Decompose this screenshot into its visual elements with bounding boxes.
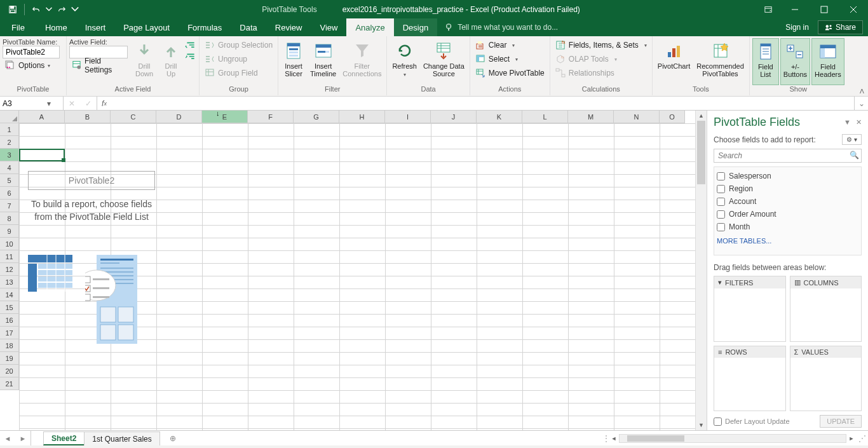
sheet-prev-icon[interactable]: ◄ [0,435,15,442]
fields-search-input[interactable] [714,149,862,163]
tell-me-search[interactable]: Tell me what you want to do... [437,18,779,36]
field-headers-button[interactable]: Field Headers [811,38,844,85]
row-header[interactable]: 5 [0,174,19,187]
select-all-button[interactable] [0,111,19,123]
row-header[interactable]: 7 [0,200,19,212]
row-header[interactable]: 10 [0,238,19,250]
move-pivottable-button[interactable]: Move PivotTable [473,66,547,80]
maximize-button[interactable] [810,0,839,18]
collapse-field-icon[interactable] [185,52,196,61]
col-header[interactable]: J [431,111,477,123]
field-checkbox[interactable] [717,172,725,180]
qat-customize-icon[interactable] [71,1,79,18]
col-header[interactable]: O [660,111,685,123]
tab-insert[interactable]: Insert [76,18,115,36]
minimize-button[interactable] [780,0,810,18]
fields-search[interactable]: 🔍 [714,149,862,163]
col-header[interactable]: E [202,111,248,123]
sign-in-link[interactable]: Sign in [779,23,815,32]
fx-icon[interactable]: fx [97,97,111,110]
row-header[interactable]: 3 [0,149,19,161]
new-sheet-button[interactable]: ⊕ [165,431,180,445]
row-header[interactable]: 8 [0,212,19,225]
tab-page-layout[interactable]: Page Layout [114,18,179,36]
field-item[interactable]: Region [717,182,858,195]
row-header[interactable]: 11 [0,250,19,263]
scroll-thumb[interactable] [697,121,705,184]
field-item[interactable]: Salesperson [717,170,858,182]
ribbon-options-icon[interactable] [763,0,774,18]
horizontal-scrollbar[interactable]: ⋮ ◄ ► [602,432,857,444]
sheet-tab[interactable]: 1st Quarter Sales [84,431,159,445]
sheet-next-icon[interactable]: ► [15,435,31,442]
select-button[interactable]: Select▾ [473,52,547,66]
formula-input[interactable] [111,97,854,110]
field-checkbox[interactable] [717,223,725,231]
row-header[interactable]: 1 [0,123,19,136]
undo-dropdown-icon[interactable] [45,1,53,18]
field-item[interactable]: Month [717,221,858,233]
active-cell[interactable] [19,149,65,161]
row-header[interactable]: 12 [0,263,19,276]
close-button[interactable] [839,0,868,18]
cells-area[interactable]: ↓ PivotTable2 To build a report, choose … [19,123,695,430]
area-filters[interactable]: ▾FILTERS [714,276,786,342]
share-button[interactable]: Share [818,20,863,34]
more-tables-link[interactable]: MORE TABLES... [717,237,858,245]
hscroll-thumb[interactable] [627,435,684,442]
tab-view[interactable]: View [311,18,346,36]
redo-icon[interactable] [53,1,71,18]
col-header[interactable]: G [294,111,339,123]
row-header[interactable]: 2 [0,136,19,149]
tab-review[interactable]: Review [266,18,311,36]
tab-home[interactable]: Home [36,18,76,36]
sheet-tab[interactable]: Sheet2 [43,431,85,445]
refresh-button[interactable]: Refresh ▾ [390,38,419,85]
spreadsheet-grid[interactable]: A B C D E F G H I J K L M N O 1234567891… [0,111,695,430]
tab-formulas[interactable]: Formulas [179,18,231,36]
row-header[interactable]: 20 [0,365,19,377]
expand-field-icon[interactable] [185,41,196,50]
scroll-up-icon[interactable]: ▲ [696,111,707,121]
field-checkbox[interactable] [717,198,725,206]
col-header[interactable]: N [614,111,660,123]
area-columns[interactable]: ▥COLUMNS [790,276,862,342]
fields-layout-gear-icon[interactable]: ⚙ ▾ [842,134,862,145]
field-item[interactable]: Order Amount [717,208,858,221]
tab-file[interactable]: File [0,18,36,36]
row-header[interactable]: 15 [0,301,19,314]
tab-data[interactable]: Data [231,18,266,36]
plus-minus-buttons-button[interactable]: +/- Buttons [780,38,810,85]
col-header[interactable]: F [248,111,294,123]
field-checkbox[interactable] [717,210,725,219]
resize-grip-icon[interactable]: ⋰ [857,431,868,445]
pt-name-input[interactable] [3,46,60,58]
save-icon[interactable] [4,1,22,18]
change-data-source-button[interactable]: Change Data Source [421,38,467,85]
expand-formula-bar-icon[interactable]: ⌄ [854,97,868,110]
col-header[interactable]: C [111,111,156,123]
row-header[interactable]: 17 [0,327,19,339]
row-header[interactable]: 21 [0,377,19,390]
area-values[interactable]: ΣVALUES [790,346,862,412]
fields-items-sets-button[interactable]: fxFields, Items, & Sets▾ [553,38,649,52]
name-box[interactable]: ▾ [0,97,64,110]
name-box-input[interactable] [3,99,47,108]
undo-icon[interactable] [27,1,45,18]
options-button[interactable]: Options ▾ [3,58,64,72]
fields-pane-dropdown-icon[interactable]: ▼ [844,118,851,126]
tab-analyze[interactable]: Analyze [346,18,393,36]
recommended-pivottables-button[interactable]: Recommended PivotTables [694,38,747,85]
vertical-scrollbar[interactable]: ▲ ▼ [695,111,707,430]
field-list-button[interactable]: Field List [752,38,779,85]
row-header[interactable]: 14 [0,288,19,301]
col-header[interactable]: M [568,111,614,123]
row-header[interactable]: 6 [0,187,19,200]
row-header[interactable]: 19 [0,352,19,365]
row-header[interactable]: 18 [0,339,19,352]
insert-timeline-button[interactable]: Insert Timeline [308,38,339,85]
col-header[interactable]: H [339,111,385,123]
col-header[interactable]: D [156,111,202,123]
row-header[interactable]: 13 [0,276,19,288]
tab-design[interactable]: Design [394,18,437,36]
